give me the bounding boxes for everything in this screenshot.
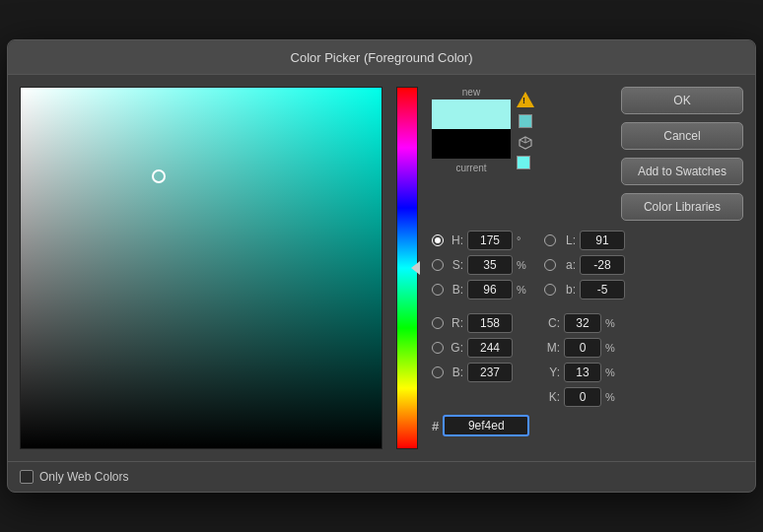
preview-swatches bbox=[432, 100, 511, 159]
y-row: Y: % bbox=[544, 363, 625, 382]
gamut-warning-icon[interactable] bbox=[517, 91, 534, 108]
warn-triangle[interactable] bbox=[517, 92, 534, 107]
l-input[interactable] bbox=[580, 231, 625, 250]
r-input[interactable] bbox=[467, 313, 513, 333]
b3-row: b: bbox=[544, 280, 625, 299]
l-label: L: bbox=[560, 233, 576, 247]
lab-cmyk-col: L: a: b: bbox=[544, 231, 625, 407]
k-input[interactable] bbox=[564, 387, 601, 407]
k-label: K: bbox=[544, 390, 560, 404]
b3-input[interactable] bbox=[580, 280, 625, 299]
cancel-button[interactable]: Cancel bbox=[621, 122, 743, 150]
y-unit: % bbox=[605, 366, 619, 378]
b-row: B: % bbox=[432, 280, 530, 299]
s-unit: % bbox=[517, 259, 530, 271]
ok-button[interactable]: OK bbox=[621, 87, 743, 114]
b3-label: b: bbox=[560, 283, 576, 297]
s-input[interactable] bbox=[467, 255, 513, 275]
g-radio[interactable] bbox=[432, 342, 444, 354]
web-safe-color-swatch[interactable] bbox=[519, 114, 532, 128]
y-label: Y: bbox=[544, 366, 560, 379]
h-unit: ° bbox=[517, 234, 530, 246]
cube-icon[interactable] bbox=[517, 134, 534, 152]
k-row: K: % bbox=[544, 387, 625, 407]
svg-line-3 bbox=[520, 140, 525, 143]
web-colors-label: Only Web Colors bbox=[39, 470, 128, 484]
l-row: L: bbox=[544, 231, 625, 250]
a-radio[interactable] bbox=[544, 259, 556, 271]
new-label: new bbox=[462, 87, 480, 98]
color-indicator-swatch[interactable] bbox=[517, 156, 530, 169]
b3-radio[interactable] bbox=[544, 284, 556, 296]
hex-input[interactable] bbox=[443, 415, 529, 436]
b2-row: B: bbox=[432, 363, 530, 382]
m-row: M: % bbox=[544, 338, 625, 358]
b-label: B: bbox=[448, 283, 463, 297]
warning-icons bbox=[517, 87, 534, 169]
cube-svg bbox=[518, 135, 533, 151]
color-field[interactable] bbox=[21, 88, 382, 448]
a-row: a: bbox=[544, 255, 625, 275]
l-radio[interactable] bbox=[544, 234, 556, 246]
m-input[interactable] bbox=[564, 338, 601, 358]
h-input[interactable] bbox=[467, 231, 513, 250]
r-label: R: bbox=[448, 316, 463, 330]
top-controls: new current bbox=[432, 87, 743, 221]
s-row: S: % bbox=[432, 255, 530, 275]
b2-input[interactable] bbox=[467, 363, 513, 382]
hex-symbol: # bbox=[432, 419, 439, 433]
current-label: current bbox=[455, 163, 486, 173]
r-radio[interactable] bbox=[432, 317, 444, 329]
c-unit: % bbox=[605, 317, 619, 329]
preview-new-color[interactable] bbox=[432, 100, 511, 129]
g-input[interactable] bbox=[467, 338, 513, 358]
b-unit: % bbox=[517, 284, 530, 296]
r-row: R: bbox=[432, 313, 530, 333]
title-bar: Color Picker (Foreground Color) bbox=[8, 40, 755, 75]
hue-thumb bbox=[411, 261, 420, 275]
color-libraries-button[interactable]: Color Libraries bbox=[621, 193, 743, 221]
a-label: a: bbox=[560, 258, 576, 272]
h-row: H: ° bbox=[432, 231, 530, 250]
color-field-dark bbox=[21, 88, 382, 448]
y-input[interactable] bbox=[564, 363, 601, 382]
s-radio[interactable] bbox=[432, 259, 444, 271]
b2-label: B: bbox=[448, 366, 463, 379]
dialog-body: new current bbox=[8, 75, 755, 461]
s-label: S: bbox=[448, 258, 463, 272]
g-row: G: bbox=[432, 338, 530, 358]
b-input[interactable] bbox=[467, 280, 513, 299]
b2-radio[interactable] bbox=[432, 366, 444, 378]
web-colors-checkbox-wrap[interactable]: Only Web Colors bbox=[20, 470, 128, 484]
inputs-section: H: ° S: % B: bbox=[432, 231, 743, 407]
c-row: C: % bbox=[544, 313, 625, 333]
preview-current-color[interactable] bbox=[432, 129, 511, 159]
svg-line-2 bbox=[525, 140, 531, 143]
c-label: C: bbox=[544, 316, 560, 330]
color-picker-dialog: Color Picker (Foreground Color) bbox=[7, 39, 756, 493]
hue-slider-wrap[interactable] bbox=[396, 87, 418, 449]
g-label: G: bbox=[448, 341, 463, 355]
m-unit: % bbox=[605, 342, 619, 354]
web-safe-swatch[interactable] bbox=[517, 112, 534, 130]
a-input[interactable] bbox=[580, 255, 625, 275]
dialog-title: Color Picker (Foreground Color) bbox=[291, 50, 473, 65]
hex-row: # bbox=[432, 415, 743, 436]
web-colors-checkbox[interactable] bbox=[20, 470, 34, 484]
buttons-section: OK Cancel Add to Swatches Color Librarie… bbox=[621, 87, 743, 221]
m-label: M: bbox=[544, 341, 560, 355]
right-panel: new current bbox=[432, 87, 743, 449]
hue-slider[interactable] bbox=[396, 87, 418, 449]
add-to-swatches-button[interactable]: Add to Swatches bbox=[621, 158, 743, 185]
color-preview-section: new current bbox=[432, 87, 534, 173]
k-unit: % bbox=[605, 391, 619, 403]
color-field-wrap[interactable] bbox=[20, 87, 382, 449]
hsb-rgb-col: H: ° S: % B: bbox=[432, 231, 530, 407]
h-label: H: bbox=[448, 233, 463, 247]
bottom-bar: Only Web Colors bbox=[8, 461, 755, 492]
c-input[interactable] bbox=[564, 313, 601, 333]
b-radio[interactable] bbox=[432, 284, 444, 296]
color-preview-wrap: new current bbox=[432, 87, 511, 173]
h-radio[interactable] bbox=[432, 234, 444, 246]
